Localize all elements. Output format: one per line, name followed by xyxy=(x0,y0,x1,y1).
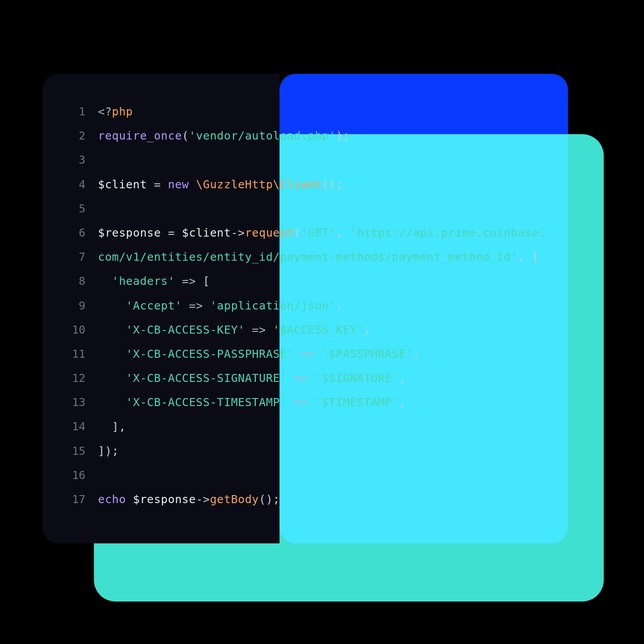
code-token: 'X-CB-ACCESS-SIGNATURE' xyxy=(126,372,287,385)
code-token: , xyxy=(413,347,420,360)
code-token: , [ xyxy=(518,250,539,263)
code-line: 'X-CB-ACCESS-SIGNATURE' => '$SIGNATURE', xyxy=(98,366,550,390)
line-number: 5 xyxy=(57,197,85,221)
code-token: -> xyxy=(231,226,245,239)
code-token: 'X-CB-ACCESS-TIMESTAMP' xyxy=(126,396,287,409)
code-token: '$TIMESTAMP' xyxy=(315,396,399,409)
code-token: => xyxy=(245,323,273,336)
code-token: '$ACCESS_KEY' xyxy=(273,323,364,336)
line-number: 8 xyxy=(57,269,85,293)
code-card: 1234567891011121314151617 <?phprequire_o… xyxy=(42,74,568,543)
code-token: 'headers' xyxy=(112,275,175,288)
code-token xyxy=(98,420,112,433)
code-token: $client xyxy=(182,226,231,239)
line-number: 15 xyxy=(57,439,85,463)
code-token: ( xyxy=(182,129,189,142)
code-token xyxy=(98,372,126,385)
line-number: 16 xyxy=(57,463,85,487)
line-number: 7 xyxy=(57,245,85,269)
code-line: <?php xyxy=(98,100,550,124)
code-line: ], xyxy=(98,415,550,439)
code-token: => xyxy=(287,372,315,385)
code-token: ]); xyxy=(98,445,119,458)
stage: 1234567891011121314151617 <?phprequire_o… xyxy=(0,0,644,644)
code-token: , xyxy=(364,323,371,336)
code-token: ( xyxy=(294,226,301,239)
code-token: '$SIGNATURE' xyxy=(315,372,399,385)
line-number: 11 xyxy=(57,342,85,366)
code-token: <? xyxy=(98,105,112,118)
code-line xyxy=(98,148,550,172)
line-number: 17 xyxy=(57,487,85,512)
code-line: require_once('vendor/autoload.php'); xyxy=(98,124,550,148)
code-line xyxy=(98,463,550,487)
code-line: ]); xyxy=(98,439,550,463)
line-number: 9 xyxy=(57,294,85,318)
code-line: 'X-CB-ACCESS-KEY' => '$ACCESS_KEY', xyxy=(98,318,550,342)
code-token xyxy=(98,323,126,336)
code-token: (); xyxy=(259,493,280,506)
code-line: 'X-CB-ACCESS-TIMESTAMP' => '$TIMESTAMP', xyxy=(98,390,550,415)
code-token: '$PASSPHRASE' xyxy=(322,347,413,360)
code-token: \GuzzleHttp\Client xyxy=(196,178,322,191)
line-number: 4 xyxy=(57,173,85,197)
code-token: new xyxy=(168,178,196,191)
code-line: $client = new \GuzzleHttp\Client(); xyxy=(98,173,550,197)
code-token: [ xyxy=(203,275,210,288)
code-token: => xyxy=(182,299,210,312)
line-number: 10 xyxy=(57,318,85,342)
code-token: , xyxy=(336,299,343,312)
code-card-content: 1234567891011121314151617 <?phprequire_o… xyxy=(57,100,550,512)
code-token: = xyxy=(154,178,168,191)
code-line: 'Accept' => 'application/json', xyxy=(98,294,550,318)
code-token: 'application/json' xyxy=(210,299,336,312)
line-number: 2 xyxy=(57,124,85,148)
code-line: echo $response->getBody(); xyxy=(98,487,550,512)
code-block: <?phprequire_once('vendor/autoload.php')… xyxy=(98,100,550,512)
line-number: 3 xyxy=(57,148,85,172)
code-token: => xyxy=(175,275,203,288)
code-token: 'X-CB-ACCESS-KEY' xyxy=(126,323,245,336)
code-token: 'GET' xyxy=(301,226,336,239)
line-number: 12 xyxy=(57,366,85,390)
code-token: ], xyxy=(112,420,126,433)
code-token: 'Accept' xyxy=(126,299,182,312)
line-number: 13 xyxy=(57,390,85,415)
code-token xyxy=(98,275,112,288)
code-token: require_once xyxy=(98,129,182,142)
code-token: request xyxy=(245,226,294,239)
code-token: , xyxy=(399,372,406,385)
code-token: php xyxy=(112,105,133,118)
code-token: = xyxy=(168,226,182,239)
line-number: 14 xyxy=(57,415,85,439)
code-token: echo xyxy=(98,493,133,506)
code-token: getBody xyxy=(210,493,259,506)
code-token xyxy=(98,347,126,360)
code-token: , xyxy=(336,226,350,239)
code-line: $response = $client->request('GET', 'htt… xyxy=(98,221,550,269)
code-token: , xyxy=(399,396,406,409)
code-token: 'X-CB-ACCESS-PASSPHRASE' xyxy=(126,347,294,360)
code-line: 'X-CB-ACCESS-PASSPHRASE' => '$PASSPHRASE… xyxy=(98,342,550,366)
line-number: 6 xyxy=(57,221,85,245)
line-number-gutter: 1234567891011121314151617 xyxy=(57,100,98,512)
code-token xyxy=(98,396,126,409)
code-token: 'vendor/autoload.php' xyxy=(189,129,336,142)
code-token: ); xyxy=(336,129,350,142)
code-line xyxy=(98,197,550,221)
line-number: 1 xyxy=(57,100,85,124)
code-token xyxy=(98,299,126,312)
code-token: $client xyxy=(98,178,154,191)
code-line: 'headers' => [ xyxy=(98,269,550,293)
code-token: => xyxy=(294,347,322,360)
code-token: -> xyxy=(196,493,210,506)
code-token: $response xyxy=(98,226,168,239)
code-token: $response xyxy=(133,493,196,506)
code-token: (); xyxy=(322,178,343,191)
code-token: => xyxy=(287,396,315,409)
